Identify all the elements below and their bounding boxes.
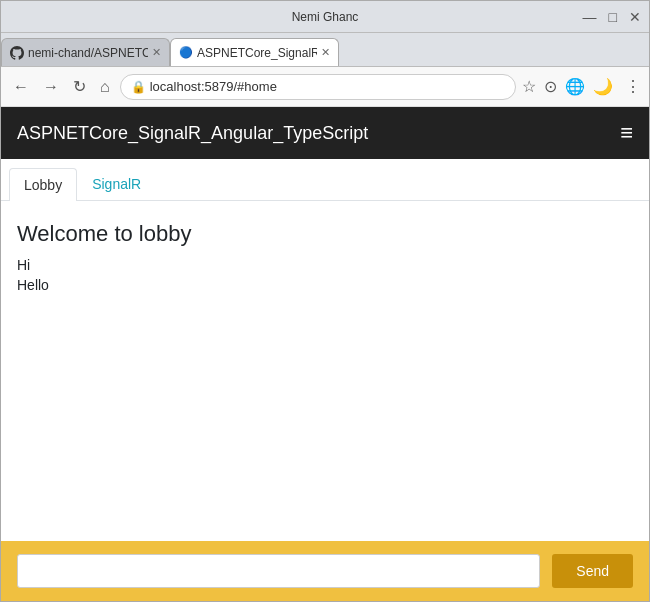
lock-icon: 🔒 xyxy=(131,80,146,94)
new-tab-area xyxy=(339,38,379,66)
send-button[interactable]: Send xyxy=(552,554,633,588)
maximize-button[interactable]: □ xyxy=(609,10,617,24)
welcome-heading: Welcome to lobby xyxy=(17,221,633,247)
message-hello: Hello xyxy=(17,277,633,293)
minimize-button[interactable]: — xyxy=(583,10,597,24)
forward-button[interactable]: → xyxy=(39,76,63,98)
reload-button[interactable]: ↻ xyxy=(69,75,90,98)
app-content: ASPNETCore_SignalR_Angular_TypeScript ≡ … xyxy=(1,107,649,601)
page-body: Welcome to lobby Hi Hello xyxy=(1,201,649,541)
close-button[interactable]: ✕ xyxy=(629,10,641,24)
menu-icon[interactable]: ⋮ xyxy=(625,77,641,96)
bottom-bar: Send xyxy=(1,541,649,601)
message-input[interactable] xyxy=(17,554,540,588)
title-bar-title: Nemi Ghanс xyxy=(292,10,359,24)
back-button[interactable]: ← xyxy=(9,76,33,98)
home-button[interactable]: ⌂ xyxy=(96,76,114,98)
bookmark-icon[interactable]: ☆ xyxy=(522,77,536,96)
tab-lobby-label: Lobby xyxy=(24,177,62,193)
title-bar: Nemi Ghanс — □ ✕ xyxy=(1,1,649,33)
browser-tab-github[interactable]: nemi-chand/ASPNETCor... ✕ xyxy=(1,38,170,66)
browser-tabs-bar: nemi-chand/ASPNETCor... ✕ 🔵 ASPNETCore_S… xyxy=(1,33,649,67)
window-controls: — □ ✕ xyxy=(583,10,641,24)
tab-github-label: nemi-chand/ASPNETCor... xyxy=(28,46,148,60)
browser-window: Nemi Ghanс — □ ✕ nemi-chand/ASPNETCor...… xyxy=(0,0,650,602)
tab-signalr-label: SignalR xyxy=(92,176,141,192)
hamburger-menu[interactable]: ≡ xyxy=(620,120,633,146)
app-title: ASPNETCore_SignalR_Angular_TypeScript xyxy=(17,123,368,144)
url-text: localhost:5879/#home xyxy=(150,79,277,94)
message-hi: Hi xyxy=(17,257,633,273)
github-favicon xyxy=(10,46,24,60)
address-input[interactable]: 🔒 localhost:5879/#home xyxy=(120,74,516,100)
user-icon[interactable]: 🌙 xyxy=(593,77,613,96)
tab-app-close[interactable]: ✕ xyxy=(321,46,330,59)
app-navbar: ASPNETCore_SignalR_Angular_TypeScript ≡ xyxy=(1,107,649,159)
reader-icon[interactable]: ⊙ xyxy=(544,77,557,96)
app-tabs: Lobby SignalR xyxy=(1,159,649,201)
globe-icon[interactable]: 🌐 xyxy=(565,77,585,96)
tab-app-label: ASPNETCore_SignalR_An... xyxy=(197,46,317,60)
address-right-icons: ☆ ⊙ 🌐 🌙 ⋮ xyxy=(522,77,641,96)
tab-github-close[interactable]: ✕ xyxy=(152,46,161,59)
tab-signalr[interactable]: SignalR xyxy=(77,167,156,200)
app-favicon: 🔵 xyxy=(179,46,193,60)
tab-lobby[interactable]: Lobby xyxy=(9,168,77,201)
browser-tab-app[interactable]: 🔵 ASPNETCore_SignalR_An... ✕ xyxy=(170,38,339,66)
address-bar: ← → ↻ ⌂ 🔒 localhost:5879/#home ☆ ⊙ 🌐 🌙 ⋮ xyxy=(1,67,649,107)
